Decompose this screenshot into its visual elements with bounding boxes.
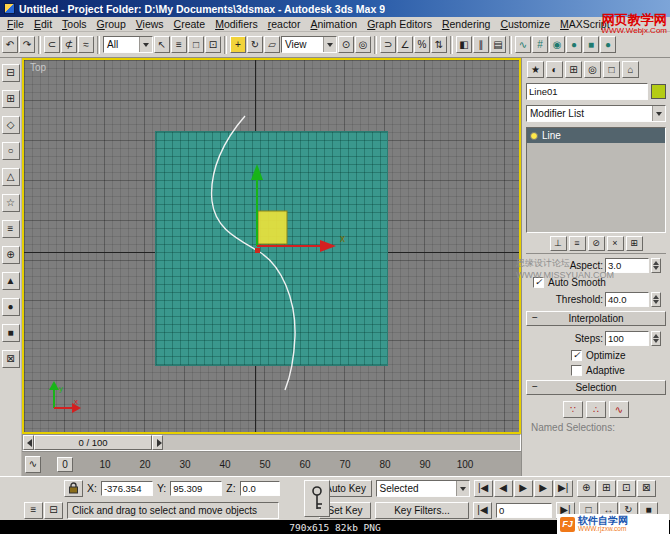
zoom-all-icon[interactable]: ⊞ [597,480,616,497]
vertex-select-icon[interactable]: ∵ [563,401,583,418]
menu-item[interactable]: Rendering [437,18,495,30]
track-bar[interactable]: ∿ 0102030405060708090100 [22,451,521,476]
motion-tab-icon[interactable]: ◎ [584,61,601,78]
chevron-down-icon[interactable] [323,37,336,52]
time-slider-handle[interactable]: 0 / 100 [34,435,152,450]
adaptive-checkbox[interactable] [571,365,582,376]
threshold-input[interactable]: 40.0 [605,292,649,307]
chevron-down-icon[interactable] [456,481,469,496]
time-slider-left-arrow-icon[interactable] [23,435,34,450]
docked-tool-2-icon[interactable]: ⊞ [2,90,20,108]
light-bulb-icon[interactable] [530,132,538,140]
current-frame-input[interactable]: 0 [496,503,552,518]
menu-item[interactable]: Modifiers [210,18,263,30]
reference-coordinate-dropdown[interactable]: View [281,36,337,53]
use-pivot-point-icon[interactable]: ⊙ [338,36,354,53]
x-coord-input[interactable]: -376.354 [101,481,153,496]
docked-tool-7-icon[interactable]: ≡ [2,220,20,238]
top-viewport[interactable]: x y x Top [22,58,521,434]
menu-item[interactable]: Views [131,18,169,30]
menu-item[interactable]: Animation [305,18,362,30]
spline-select-icon[interactable]: ∿ [609,401,629,418]
go-to-end-icon[interactable]: ▶| [554,480,573,497]
lock-selection-icon[interactable] [64,480,83,497]
menu-item[interactable]: reactor [263,18,306,30]
docked-tool-12-icon[interactable]: ⊠ [2,350,20,368]
zoom-icon[interactable]: ⊕ [577,480,596,497]
time-slider-track[interactable]: 0 / 100 [22,434,521,451]
show-end-result-icon[interactable]: ≡ [569,236,586,251]
menu-item[interactable]: Edit [29,18,57,30]
menu-item[interactable]: Group [92,18,131,30]
play-animation-icon[interactable]: ▶ [514,480,533,497]
select-and-rotate-icon[interactable]: ↻ [247,36,263,53]
modifier-stack[interactable]: Line [526,127,666,233]
threshold-spinner[interactable] [651,292,661,307]
chevron-down-icon[interactable] [652,106,665,121]
select-and-move-icon[interactable]: + [230,36,246,53]
bind-to-space-warp-icon[interactable]: ≈ [78,36,94,53]
docked-tool-8-icon[interactable]: ⊕ [2,246,20,264]
modifier-list-dropdown[interactable]: Modifier List [526,105,666,122]
next-frame-icon[interactable]: ▶ [534,480,553,497]
display-tab-icon[interactable]: □ [603,61,620,78]
zoom-extents-icon[interactable]: ⊡ [617,480,636,497]
remove-modifier-icon[interactable]: × [607,236,624,251]
curve-editor-icon[interactable]: ∿ [515,36,531,53]
selection-filter-dropdown[interactable]: All [103,36,153,53]
optimize-checkbox[interactable]: ✓ [571,350,582,361]
docked-tool-1-icon[interactable]: ⊟ [2,64,20,82]
utilities-tab-icon[interactable]: ⌂ [622,61,639,78]
rectangular-selection-region-icon[interactable]: □ [188,36,204,53]
material-editor-icon[interactable]: ◉ [549,36,565,53]
hierarchy-tab-icon[interactable]: ⊞ [565,61,582,78]
time-slider-right-arrow-icon[interactable] [152,435,163,450]
object-color-swatch[interactable] [651,84,666,99]
steps-input[interactable]: 100 [605,331,649,346]
window-crossing-toggle-icon[interactable]: ⊡ [205,36,221,53]
menu-item[interactable]: File [2,18,29,30]
unlink-selection-icon[interactable]: ⊄ [61,36,77,53]
pin-stack-icon[interactable]: ⊥ [550,236,567,251]
docked-tool-9-icon[interactable]: ▲ [2,272,20,290]
quick-render-icon[interactable]: ● [600,36,616,53]
mirror-icon[interactable]: ◧ [456,36,472,53]
segment-select-icon[interactable]: ∴ [586,401,606,418]
viewport-name-label[interactable]: Top [30,62,46,73]
percent-snap-icon[interactable]: % [414,36,430,53]
docked-tool-3-icon[interactable]: ◇ [2,116,20,134]
chevron-down-icon[interactable] [139,37,152,52]
angle-snap-icon[interactable]: ∠ [397,36,413,53]
schematic-view-icon[interactable]: # [532,36,548,53]
menu-item[interactable]: Customize [495,18,555,30]
z-coord-input[interactable]: 0.0 [240,481,280,496]
create-tab-icon[interactable]: ★ [527,61,544,78]
menu-item[interactable]: Graph Editors [362,18,437,30]
docked-tool-6-icon[interactable]: ☆ [2,194,20,212]
redo-icon[interactable]: ↷ [19,36,35,53]
select-by-name-icon[interactable]: ≡ [171,36,187,53]
key-filters-button[interactable]: Key Filters... [375,502,469,519]
layer-manager-icon[interactable]: ▤ [490,36,506,53]
make-unique-icon[interactable]: ⊘ [588,236,605,251]
menu-item[interactable]: Tools [57,18,92,30]
docked-tool-10-icon[interactable]: ● [2,298,20,316]
select-and-manipulate-icon[interactable]: ◎ [355,36,371,53]
align-icon[interactable]: ∥ [473,36,489,53]
y-coord-input[interactable]: 95.309 [170,481,222,496]
object-name-input[interactable]: Line01 [526,83,648,100]
select-and-scale-icon[interactable]: ▱ [264,36,280,53]
mini-listener-icon[interactable]: ≡ [24,502,43,519]
stack-item-line[interactable]: Line [527,128,665,143]
go-to-start-icon[interactable]: |◀ [474,480,493,497]
docked-tool-11-icon[interactable]: ■ [2,324,20,342]
menu-item[interactable]: Create [169,18,211,30]
previous-key-icon[interactable]: |◀ [473,502,492,519]
select-object-icon[interactable]: ↖ [154,36,170,53]
select-and-link-icon[interactable]: ⊂ [44,36,60,53]
previous-frame-icon[interactable]: ◀ [494,480,513,497]
docked-tool-4-icon[interactable]: ○ [2,142,20,160]
set-keys-key-button[interactable] [304,480,330,517]
zoom-extents-all-icon[interactable]: ⊠ [637,480,656,497]
docked-tool-5-icon[interactable]: △ [2,168,20,186]
